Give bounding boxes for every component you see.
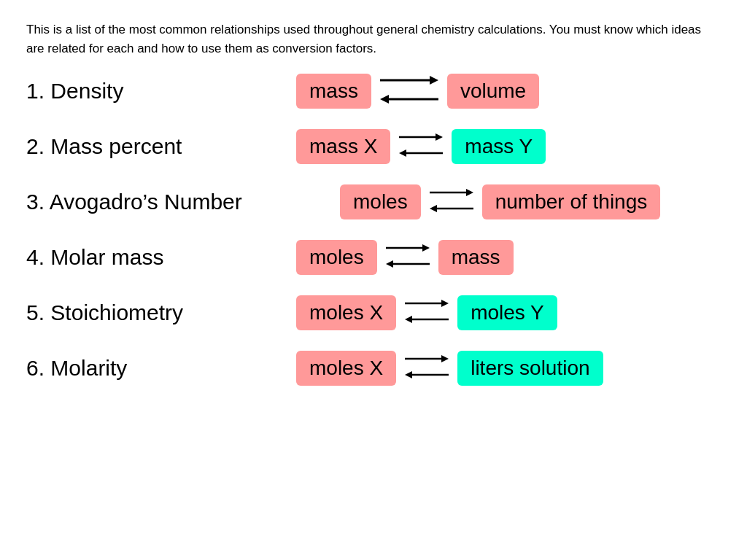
- svg-marker-9: [466, 189, 473, 196]
- row-item-4: 4. Molar massmoles mass: [26, 240, 721, 275]
- right-pill-5: moles Y: [457, 295, 557, 330]
- row-item-6: 6. Molaritymoles X liters solution: [26, 351, 721, 386]
- item-label-4: 4. Molar mass: [26, 245, 296, 270]
- left-pill-5: moles X: [296, 295, 396, 330]
- svg-marker-13: [422, 244, 430, 252]
- arrows-1: [380, 74, 438, 108]
- svg-marker-15: [386, 260, 393, 268]
- left-pill-1: mass: [296, 74, 371, 109]
- arrows-4: [386, 243, 430, 272]
- arrows-2: [399, 132, 443, 161]
- svg-marker-3: [380, 95, 389, 104]
- svg-marker-5: [436, 133, 443, 141]
- svg-marker-7: [399, 149, 406, 157]
- right-pill-4: mass: [438, 240, 514, 275]
- svg-marker-19: [405, 316, 412, 323]
- svg-marker-11: [430, 205, 437, 212]
- right-pill-3: number of things: [482, 184, 661, 219]
- svg-marker-23: [405, 371, 412, 378]
- arrows-6: [405, 354, 449, 383]
- right-pill-1: volume: [447, 74, 539, 109]
- left-pill-4: moles: [296, 240, 377, 275]
- intro-text: This is a list of the most common relati…: [26, 20, 721, 58]
- left-pill-3: moles: [340, 184, 421, 219]
- arrows-3: [430, 187, 473, 217]
- svg-marker-21: [441, 355, 449, 362]
- arrows-5: [405, 298, 449, 327]
- item-label-5: 5. Stoichiometry: [26, 300, 296, 325]
- row-item-1: 1. Densitymass volume: [26, 74, 721, 109]
- left-pill-2: mass X: [296, 129, 390, 164]
- item-label-1: 1. Density: [26, 79, 296, 104]
- right-pill-2: mass Y: [452, 129, 546, 164]
- item-label-6: 6. Molarity: [26, 356, 296, 381]
- item-label-3: 3. Avogadro’s Number: [26, 190, 340, 214]
- svg-marker-1: [430, 76, 438, 85]
- left-pill-6: moles X: [296, 351, 396, 386]
- row-item-5: 5. Stoichiometrymoles X moles Y: [26, 295, 721, 330]
- row-item-3: 3. Avogadro’s Numbermoles number of thin…: [26, 184, 721, 219]
- row-item-2: 2. Mass percentmass X mass Y: [26, 129, 721, 164]
- right-pill-6: liters solution: [457, 351, 603, 386]
- svg-marker-17: [441, 300, 449, 307]
- item-label-2: 2. Mass percent: [26, 134, 296, 159]
